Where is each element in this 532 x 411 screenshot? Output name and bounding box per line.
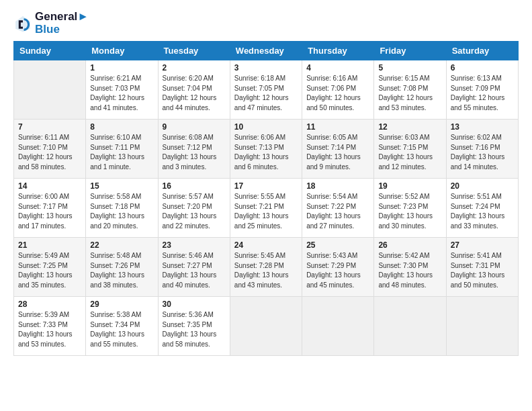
calendar-table: SundayMondayTuesdayWednesdayThursdayFrid…: [13, 41, 519, 356]
calendar-cell: 4Sunrise: 6:16 AMSunset: 7:06 PMDaylight…: [302, 60, 374, 120]
calendar-cell: 19Sunrise: 5:52 AMSunset: 7:23 PMDayligh…: [374, 179, 446, 238]
cell-info: Sunrise: 6:11 AMSunset: 7:10 PMDaylight:…: [18, 133, 81, 172]
day-number: 6: [451, 63, 514, 73]
cell-info: Sunrise: 5:54 AMSunset: 7:22 PMDaylight:…: [306, 192, 369, 231]
cell-info: Sunrise: 6:21 AMSunset: 7:03 PMDaylight:…: [90, 74, 153, 113]
weekday-header-saturday: Saturday: [446, 42, 518, 60]
day-number: 22: [90, 240, 153, 250]
week-row-1: 1Sunrise: 6:21 AMSunset: 7:03 PMDaylight…: [14, 60, 519, 120]
day-number: 19: [378, 181, 441, 191]
day-number: 14: [18, 181, 81, 191]
day-number: 21: [18, 240, 81, 250]
day-number: 11: [306, 122, 369, 132]
cell-info: Sunrise: 6:02 AMSunset: 7:16 PMDaylight:…: [451, 133, 514, 172]
day-number: 9: [163, 122, 226, 132]
day-number: 30: [163, 300, 226, 309]
calendar-cell: 11Sunrise: 6:05 AMSunset: 7:14 PMDayligh…: [302, 120, 374, 179]
calendar-cell: 25Sunrise: 5:43 AMSunset: 7:29 PMDayligh…: [302, 238, 374, 297]
day-number: 7: [18, 122, 81, 132]
cell-info: Sunrise: 6:18 AMSunset: 7:05 PMDaylight:…: [234, 74, 298, 113]
calendar-cell: 14Sunrise: 6:00 AMSunset: 7:17 PMDayligh…: [14, 179, 86, 238]
weekday-header-row: SundayMondayTuesdayWednesdayThursdayFrid…: [14, 42, 519, 60]
day-number: 16: [163, 181, 226, 191]
calendar-cell: 28Sunrise: 5:39 AMSunset: 7:33 PMDayligh…: [14, 297, 86, 356]
day-number: 4: [306, 63, 369, 73]
calendar-cell: 22Sunrise: 5:48 AMSunset: 7:26 PMDayligh…: [86, 238, 158, 297]
calendar-cell: 8Sunrise: 6:10 AMSunset: 7:11 PMDaylight…: [86, 120, 158, 179]
calendar-cell: 23Sunrise: 5:46 AMSunset: 7:27 PMDayligh…: [158, 238, 230, 297]
cell-info: Sunrise: 5:36 AMSunset: 7:35 PMDaylight:…: [163, 310, 226, 349]
weekday-header-tuesday: Tuesday: [158, 42, 230, 60]
calendar-cell: 21Sunrise: 5:49 AMSunset: 7:25 PMDayligh…: [14, 238, 86, 297]
cell-info: Sunrise: 6:00 AMSunset: 7:17 PMDaylight:…: [18, 192, 81, 231]
day-number: 18: [306, 181, 369, 191]
cell-info: Sunrise: 6:08 AMSunset: 7:12 PMDaylight:…: [163, 133, 226, 172]
cell-info: Sunrise: 6:06 AMSunset: 7:13 PMDaylight:…: [234, 133, 298, 172]
day-number: 29: [90, 300, 153, 309]
cell-info: Sunrise: 5:57 AMSunset: 7:20 PMDaylight:…: [163, 192, 226, 231]
cell-info: Sunrise: 6:03 AMSunset: 7:15 PMDaylight:…: [378, 133, 441, 172]
cell-info: Sunrise: 6:16 AMSunset: 7:06 PMDaylight:…: [306, 74, 369, 113]
cell-info: Sunrise: 6:15 AMSunset: 7:08 PMDaylight:…: [378, 74, 441, 113]
calendar-cell: 15Sunrise: 5:58 AMSunset: 7:18 PMDayligh…: [86, 179, 158, 238]
calendar-cell: [230, 297, 302, 356]
calendar-cell: 7Sunrise: 6:11 AMSunset: 7:10 PMDaylight…: [14, 120, 86, 179]
cell-info: Sunrise: 5:49 AMSunset: 7:25 PMDaylight:…: [18, 251, 81, 290]
day-number: 17: [234, 181, 298, 191]
calendar-cell: 30Sunrise: 5:36 AMSunset: 7:35 PMDayligh…: [158, 297, 230, 356]
calendar-cell: 2Sunrise: 6:20 AMSunset: 7:04 PMDaylight…: [158, 60, 230, 120]
week-row-3: 14Sunrise: 6:00 AMSunset: 7:17 PMDayligh…: [14, 179, 519, 238]
calendar-cell: 1Sunrise: 6:21 AMSunset: 7:03 PMDaylight…: [86, 60, 158, 120]
cell-info: Sunrise: 5:51 AMSunset: 7:24 PMDaylight:…: [451, 192, 514, 231]
calendar-cell: 24Sunrise: 5:45 AMSunset: 7:28 PMDayligh…: [230, 238, 302, 297]
cell-info: Sunrise: 5:45 AMSunset: 7:28 PMDaylight:…: [234, 251, 298, 290]
weekday-header-sunday: Sunday: [14, 42, 86, 60]
cell-info: Sunrise: 5:55 AMSunset: 7:21 PMDaylight:…: [234, 192, 298, 231]
day-number: 24: [234, 240, 298, 250]
cell-info: Sunrise: 6:13 AMSunset: 7:09 PMDaylight:…: [451, 74, 514, 113]
calendar-cell: [14, 60, 86, 120]
cell-info: Sunrise: 5:46 AMSunset: 7:27 PMDaylight:…: [163, 251, 226, 290]
calendar-cell: 26Sunrise: 5:42 AMSunset: 7:30 PMDayligh…: [374, 238, 446, 297]
week-row-5: 28Sunrise: 5:39 AMSunset: 7:33 PMDayligh…: [14, 297, 519, 356]
cell-info: Sunrise: 5:39 AMSunset: 7:33 PMDaylight:…: [18, 310, 81, 349]
day-number: 2: [163, 63, 226, 73]
calendar-cell: 12Sunrise: 6:03 AMSunset: 7:15 PMDayligh…: [374, 120, 446, 179]
calendar-cell: 9Sunrise: 6:08 AMSunset: 7:12 PMDaylight…: [158, 120, 230, 179]
day-number: 27: [451, 240, 514, 250]
day-number: 5: [378, 63, 441, 73]
day-number: 12: [378, 122, 441, 132]
cell-info: Sunrise: 6:10 AMSunset: 7:11 PMDaylight:…: [90, 133, 153, 172]
cell-info: Sunrise: 5:38 AMSunset: 7:34 PMDaylight:…: [90, 310, 153, 349]
calendar-cell: 13Sunrise: 6:02 AMSunset: 7:16 PMDayligh…: [446, 120, 518, 179]
cell-info: Sunrise: 5:43 AMSunset: 7:29 PMDaylight:…: [306, 251, 369, 290]
day-number: 10: [234, 122, 298, 132]
calendar-cell: 18Sunrise: 5:54 AMSunset: 7:22 PMDayligh…: [302, 179, 374, 238]
weekday-header-thursday: Thursday: [302, 42, 374, 60]
day-number: 8: [90, 122, 153, 132]
calendar-cell: 5Sunrise: 6:15 AMSunset: 7:08 PMDaylight…: [374, 60, 446, 120]
cell-info: Sunrise: 6:05 AMSunset: 7:14 PMDaylight:…: [306, 133, 369, 172]
logo-icon: [13, 14, 32, 33]
day-number: 15: [90, 181, 153, 191]
day-number: 3: [234, 63, 298, 73]
cell-info: Sunrise: 5:58 AMSunset: 7:18 PMDaylight:…: [90, 192, 153, 231]
calendar-cell: 16Sunrise: 5:57 AMSunset: 7:20 PMDayligh…: [158, 179, 230, 238]
day-number: 20: [451, 181, 514, 191]
day-number: 23: [163, 240, 226, 250]
header: General► Blue: [13, 11, 519, 36]
day-number: 1: [90, 63, 153, 73]
calendar-cell: 6Sunrise: 6:13 AMSunset: 7:09 PMDaylight…: [446, 60, 518, 120]
logo-text: General► Blue: [35, 11, 89, 36]
calendar-cell: 10Sunrise: 6:06 AMSunset: 7:13 PMDayligh…: [230, 120, 302, 179]
cell-info: Sunrise: 5:52 AMSunset: 7:23 PMDaylight:…: [378, 192, 441, 231]
logo: General► Blue: [13, 11, 89, 36]
cell-info: Sunrise: 5:42 AMSunset: 7:30 PMDaylight:…: [378, 251, 441, 290]
calendar-cell: 17Sunrise: 5:55 AMSunset: 7:21 PMDayligh…: [230, 179, 302, 238]
calendar-cell: 29Sunrise: 5:38 AMSunset: 7:34 PMDayligh…: [86, 297, 158, 356]
cell-info: Sunrise: 5:41 AMSunset: 7:31 PMDaylight:…: [451, 251, 514, 290]
weekday-header-monday: Monday: [86, 42, 158, 60]
weekday-header-wednesday: Wednesday: [230, 42, 302, 60]
cell-info: Sunrise: 6:20 AMSunset: 7:04 PMDaylight:…: [163, 74, 226, 113]
day-number: 13: [451, 122, 514, 132]
